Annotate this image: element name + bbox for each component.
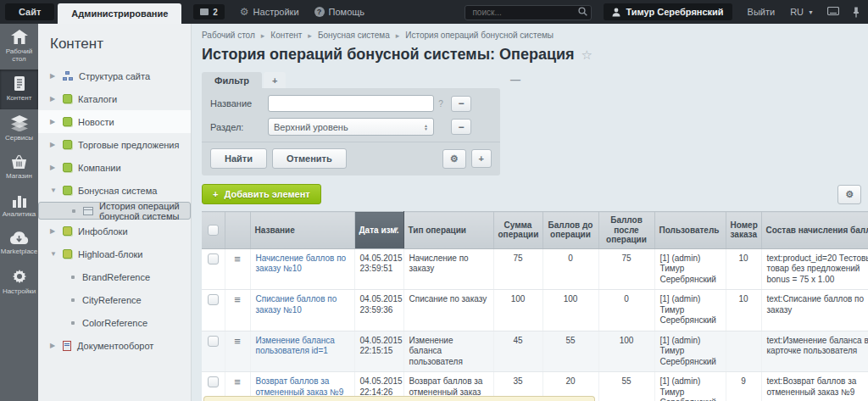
- rail-item-магазин[interactable]: Магазин: [0, 148, 38, 187]
- help-label: Помощь: [329, 7, 365, 17]
- tree-item-инфоблоки[interactable]: ▶Инфоблоки: [38, 220, 191, 242]
- chevron-right-icon[interactable]: ▶: [50, 164, 57, 171]
- breadcrumb-item[interactable]: Рабочий стол: [202, 31, 255, 40]
- add-element-button[interactable]: + Добавить элемент: [202, 184, 321, 204]
- services-icon: [10, 115, 29, 131]
- chevron-right-icon[interactable]: ▶: [50, 118, 57, 125]
- column-header[interactable]: Баллов до операции: [542, 212, 598, 249]
- help-link[interactable]: ? Помощь: [314, 7, 365, 17]
- row-checkbox[interactable]: [208, 336, 219, 347]
- favorite-star-icon[interactable]: ☆: [581, 47, 593, 63]
- search-input[interactable]: [465, 5, 592, 20]
- find-button[interactable]: Найти: [210, 148, 267, 169]
- rail-item-аналитика[interactable]: Аналитика: [0, 187, 38, 225]
- cell-name[interactable]: Списание баллов по заказу №10: [250, 290, 354, 331]
- cube-icon: [63, 163, 72, 172]
- tree-item-структура-сайта[interactable]: ▶Структура сайта: [38, 64, 191, 87]
- remove-filter-field-button[interactable]: −: [451, 96, 471, 112]
- settings-link[interactable]: ⚙ Настройки: [240, 6, 299, 18]
- chevron-down-icon[interactable]: ▼: [50, 187, 57, 194]
- tab-admin[interactable]: Администрирование: [58, 3, 181, 24]
- hint-icon[interactable]: ?: [434, 99, 448, 109]
- tree-item-торговые-предложения[interactable]: ▶Торговые предложения: [38, 133, 191, 156]
- cell-after: 55: [598, 372, 654, 401]
- rail-item-label: Магазин: [6, 172, 32, 180]
- chevron-right-icon[interactable]: ▶: [50, 227, 57, 235]
- column-header[interactable]: Состав начисления баллов: [761, 212, 868, 249]
- chevron-right-icon[interactable]: ▶: [50, 342, 57, 349]
- tree-item-новости[interactable]: ▶Новости: [38, 110, 191, 133]
- cell-name[interactable]: Начисление баллов по заказу №10: [250, 248, 354, 290]
- add-filter-button[interactable]: +: [471, 149, 492, 168]
- row-menu-icon[interactable]: ≡: [234, 293, 241, 306]
- row-menu-icon[interactable]: ≡: [234, 253, 241, 265]
- tree-item-label: Инфоблоки: [78, 226, 128, 237]
- filter-name-label: Название: [210, 98, 268, 109]
- cancel-button[interactable]: Отменить: [272, 148, 347, 169]
- row-checkbox[interactable]: [208, 294, 219, 305]
- chevron-right-icon[interactable]: ▶: [50, 95, 57, 103]
- rail-item-настройки[interactable]: Настройки: [0, 262, 38, 302]
- column-header[interactable]: Дата изм.▼: [354, 212, 403, 249]
- bullet-icon: [71, 298, 75, 302]
- filter-tab[interactable]: Фильтр: [202, 72, 262, 88]
- column-header[interactable]: Баллов после операции: [598, 212, 654, 249]
- filter-section-label: Раздел:: [210, 122, 268, 132]
- logout-link[interactable]: Выйти: [748, 7, 776, 17]
- breadcrumb-item[interactable]: Бонусная система: [318, 31, 390, 40]
- tree-item-cityreference[interactable]: CityReference: [38, 288, 191, 311]
- left-rail: Рабочий столКонтентСервисыМагазинАналити…: [0, 24, 38, 401]
- tree-item-brandreference[interactable]: BrandReference: [38, 265, 191, 288]
- tree-item-highload-блоки[interactable]: ▼Highload-блоки: [38, 242, 191, 265]
- chevron-down-icon[interactable]: ▼: [50, 250, 57, 258]
- monitor-icon: [827, 7, 839, 17]
- remove-filter-field-button[interactable]: −: [451, 119, 471, 135]
- row-menu-icon[interactable]: ≡: [234, 376, 241, 388]
- chevron-right-icon[interactable]: ▶: [50, 141, 57, 148]
- rail-item-сервисы[interactable]: Сервисы: [0, 109, 38, 148]
- search-icon[interactable]: [578, 7, 587, 16]
- breadcrumb-item[interactable]: История операций бонусной системы: [405, 31, 554, 40]
- grid-settings-button[interactable]: ⚙: [837, 185, 861, 204]
- filter-settings-button[interactable]: ⚙: [442, 149, 466, 169]
- section-select[interactable]: Верхний уровень ▲▼: [268, 118, 434, 136]
- content-icon: [12, 75, 27, 92]
- cell-user: [1] (admin) Тимур Серебрянский: [654, 248, 726, 290]
- cell-sum: 100: [493, 290, 542, 331]
- column-header[interactable]: Сумма операции: [493, 212, 542, 249]
- tree-item-компании[interactable]: ▶Компании: [38, 156, 191, 179]
- add-filter-tab-button[interactable]: +: [264, 72, 286, 88]
- rail-item-marketplace[interactable]: Marketplace: [0, 225, 38, 262]
- row-menu-icon[interactable]: ≡: [234, 335, 241, 348]
- tree-item-история-операций-бонусной-системы[interactable]: История операций бонусной системы: [38, 202, 191, 220]
- user-button[interactable]: Тимур Серебрянский: [604, 3, 732, 20]
- tree-item-документооборот[interactable]: ▶Документооборот: [38, 334, 191, 357]
- rail-item-рабочий-стол[interactable]: Рабочий стол: [0, 24, 38, 70]
- tree-item-каталоги[interactable]: ▶Каталоги: [38, 87, 191, 110]
- notifications-button[interactable]: 2: [193, 4, 225, 19]
- rail-item-контент[interactable]: Контент: [0, 70, 38, 109]
- desktop-view-button[interactable]: [827, 7, 839, 17]
- breadcrumb-separator-icon: ▸: [308, 31, 312, 40]
- tree-item-colorreference[interactable]: ColorReference: [38, 311, 191, 334]
- column-header[interactable]: Тип операции: [403, 212, 493, 249]
- column-header[interactable]: Пользователь: [654, 212, 726, 249]
- breadcrumb-item[interactable]: Контент: [270, 31, 302, 40]
- filter-name-input[interactable]: [268, 95, 434, 112]
- collapse-filter-button[interactable]: —: [510, 74, 520, 86]
- tree-items: ▶Структура сайта▶Каталоги▶Новости▶Торгов…: [38, 64, 191, 357]
- chevron-right-icon[interactable]: ▶: [50, 72, 57, 80]
- user-icon: [612, 8, 620, 17]
- cell-name[interactable]: Изменение баланса пользователя id=1: [250, 331, 354, 372]
- tree-item-бонусная-система[interactable]: ▼Бонусная система: [38, 179, 191, 202]
- tree-item-label: Бонусная система: [78, 186, 157, 196]
- tab-site[interactable]: Сайт: [5, 3, 54, 20]
- column-header[interactable]: Название: [250, 212, 354, 249]
- pin-button[interactable]: [853, 7, 860, 18]
- column-header[interactable]: Номер заказа: [726, 212, 761, 249]
- sort-desc-icon: ▼: [393, 226, 400, 233]
- row-checkbox[interactable]: [208, 376, 219, 387]
- header-checkbox[interactable]: [208, 225, 219, 236]
- lang-select[interactable]: RU ▼: [790, 7, 814, 17]
- row-checkbox[interactable]: [208, 253, 219, 265]
